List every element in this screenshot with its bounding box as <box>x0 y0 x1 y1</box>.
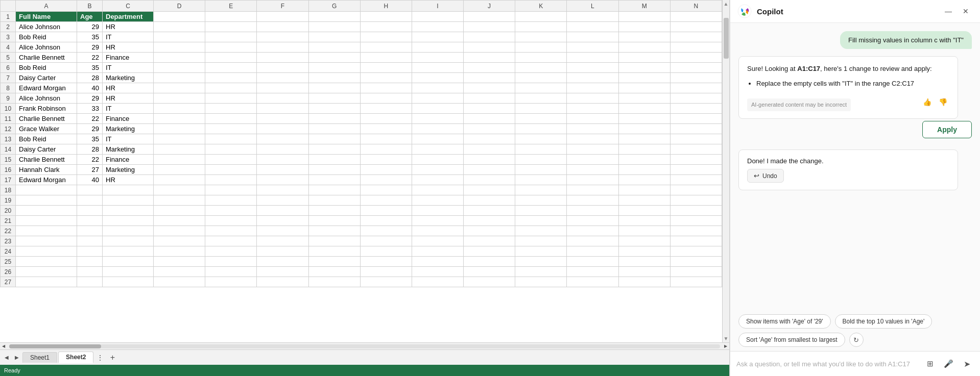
scroll-left-arrow[interactable]: ◀ <box>0 343 7 350</box>
empty-cell[interactable] <box>154 206 205 216</box>
cell-b2[interactable]: 29 <box>77 22 103 32</box>
cell-d1[interactable] <box>154 12 205 22</box>
cell-l4[interactable] <box>567 42 618 53</box>
cell-c7[interactable]: Marketing <box>103 73 154 83</box>
scroll-track[interactable] <box>9 344 720 348</box>
empty-cell[interactable] <box>360 216 412 226</box>
cell-g13[interactable] <box>308 134 360 144</box>
cell-n4[interactable] <box>670 42 722 53</box>
empty-cell[interactable] <box>515 206 567 216</box>
cell-n12[interactable] <box>670 124 722 134</box>
cell-h3[interactable] <box>360 32 412 42</box>
cell-e9[interactable] <box>205 93 257 104</box>
empty-cell[interactable] <box>257 246 308 257</box>
cell-f13[interactable] <box>257 134 308 144</box>
cell-k3[interactable] <box>515 32 567 42</box>
col-header-e[interactable]: E <box>205 1 257 12</box>
empty-cell[interactable] <box>103 216 154 226</box>
col-header-m[interactable]: M <box>618 1 670 12</box>
cell-d15[interactable] <box>154 155 205 165</box>
cell-c2[interactable]: HR <box>103 22 154 32</box>
empty-cell[interactable] <box>670 216 722 226</box>
cell-b3[interactable]: 35 <box>77 32 103 42</box>
cell-b14[interactable]: 28 <box>77 144 103 155</box>
cell-e1[interactable] <box>205 12 257 22</box>
empty-cell[interactable] <box>360 277 412 287</box>
cell-n11[interactable] <box>670 114 722 124</box>
empty-cell[interactable] <box>16 267 77 277</box>
cell-e17[interactable] <box>205 175 257 185</box>
cell-f7[interactable] <box>257 73 308 83</box>
empty-cell[interactable] <box>515 216 567 226</box>
apply-button[interactable]: Apply <box>922 121 972 138</box>
empty-cell[interactable] <box>515 185 567 195</box>
cell-j11[interactable] <box>464 114 515 124</box>
cell-c14[interactable]: Marketing <box>103 144 154 155</box>
cell-e12[interactable] <box>205 124 257 134</box>
empty-cell[interactable] <box>308 206 360 216</box>
cell-g11[interactable] <box>308 114 360 124</box>
cell-e8[interactable] <box>205 83 257 93</box>
empty-cell[interactable] <box>154 185 205 195</box>
empty-cell[interactable] <box>16 257 77 267</box>
empty-cell[interactable] <box>515 277 567 287</box>
empty-cell[interactable] <box>567 216 618 226</box>
empty-cell[interactable] <box>103 236 154 246</box>
cell-h8[interactable] <box>360 83 412 93</box>
empty-cell[interactable] <box>412 246 463 257</box>
cell-m6[interactable] <box>618 63 670 73</box>
cell-a1[interactable]: Full Name <box>16 12 77 22</box>
cell-l9[interactable] <box>567 93 618 104</box>
cell-l8[interactable] <box>567 83 618 93</box>
empty-cell[interactable] <box>515 267 567 277</box>
cell-f9[interactable] <box>257 93 308 104</box>
cell-j4[interactable] <box>464 42 515 53</box>
col-header-b[interactable]: B <box>77 1 103 12</box>
empty-cell[interactable] <box>308 185 360 195</box>
empty-cell[interactable] <box>412 185 463 195</box>
empty-cell[interactable] <box>205 246 257 257</box>
cell-h9[interactable] <box>360 93 412 104</box>
empty-cell[interactable] <box>103 195 154 206</box>
cell-f1[interactable] <box>257 12 308 22</box>
cell-h17[interactable] <box>360 175 412 185</box>
cell-b15[interactable]: 22 <box>77 155 103 165</box>
empty-cell[interactable] <box>308 226 360 236</box>
empty-cell[interactable] <box>464 206 515 216</box>
empty-cell[interactable] <box>77 226 103 236</box>
cell-m5[interactable] <box>618 53 670 63</box>
empty-cell[interactable] <box>154 195 205 206</box>
cell-b8[interactable]: 40 <box>77 83 103 93</box>
cell-f12[interactable] <box>257 124 308 134</box>
cell-a14[interactable]: Daisy Carter <box>16 144 77 155</box>
cell-n7[interactable] <box>670 73 722 83</box>
cell-e11[interactable] <box>205 114 257 124</box>
cell-f8[interactable] <box>257 83 308 93</box>
cell-k8[interactable] <box>515 83 567 93</box>
sheet-tab-sheet2[interactable]: Sheet2 <box>58 352 93 363</box>
cell-b11[interactable]: 22 <box>77 114 103 124</box>
cell-m8[interactable] <box>618 83 670 93</box>
cell-l3[interactable] <box>567 32 618 42</box>
empty-cell[interactable] <box>154 216 205 226</box>
empty-cell[interactable] <box>205 267 257 277</box>
cell-m12[interactable] <box>618 124 670 134</box>
empty-cell[interactable] <box>360 246 412 257</box>
cell-i16[interactable] <box>412 165 463 175</box>
empty-cell[interactable] <box>412 216 463 226</box>
empty-cell[interactable] <box>308 195 360 206</box>
cell-k15[interactable] <box>515 155 567 165</box>
cell-a16[interactable]: Hannah Clark <box>16 165 77 175</box>
empty-cell[interactable] <box>308 257 360 267</box>
empty-cell[interactable] <box>670 195 722 206</box>
empty-cell[interactable] <box>670 257 722 267</box>
empty-cell[interactable] <box>360 267 412 277</box>
cell-a11[interactable]: Charlie Bennett <box>16 114 77 124</box>
empty-cell[interactable] <box>103 206 154 216</box>
empty-cell[interactable] <box>618 236 670 246</box>
cell-g1[interactable] <box>308 12 360 22</box>
empty-cell[interactable] <box>567 206 618 216</box>
cell-h13[interactable] <box>360 134 412 144</box>
cell-a5[interactable]: Charlie Bennett <box>16 53 77 63</box>
empty-cell[interactable] <box>670 206 722 216</box>
